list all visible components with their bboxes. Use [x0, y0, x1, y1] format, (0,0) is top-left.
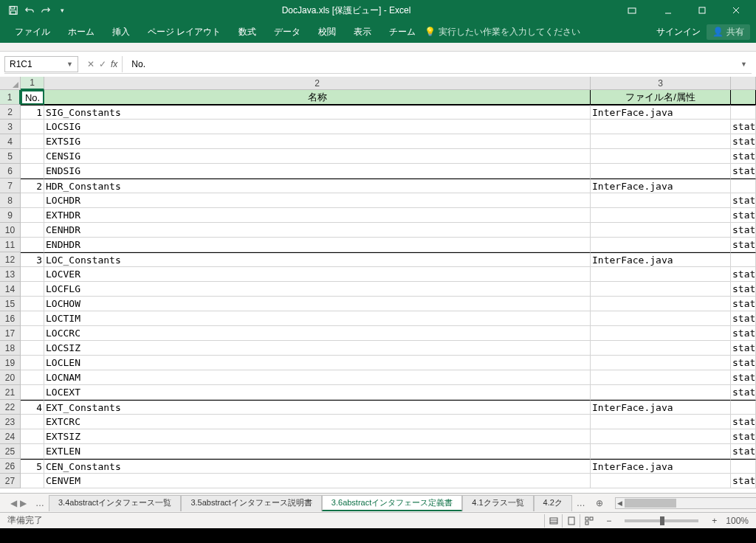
- cell[interactable]: stati: [731, 193, 756, 208]
- zoom-in-button[interactable]: +: [712, 516, 717, 526]
- fx-icon[interactable]: fx: [111, 59, 117, 69]
- cell[interactable]: [591, 208, 731, 223]
- scroll-thumb[interactable]: [625, 499, 676, 508]
- cell[interactable]: EXTSIG: [44, 134, 591, 149]
- cell[interactable]: stati: [731, 341, 756, 356]
- cell[interactable]: EXTSIZ: [44, 429, 591, 444]
- cell[interactable]: stati: [731, 208, 756, 223]
- row-header[interactable]: 25: [0, 444, 21, 459]
- row-header[interactable]: 24: [0, 429, 21, 444]
- sheet-ellipsis-left[interactable]: …: [31, 497, 49, 510]
- cell[interactable]: 5: [21, 459, 44, 474]
- signin-link[interactable]: サインイン: [656, 26, 701, 38]
- row-header[interactable]: 8: [0, 193, 21, 208]
- cell[interactable]: [21, 370, 44, 385]
- row-header[interactable]: 17: [0, 326, 21, 341]
- grid-body[interactable]: 1No.名称ファイル名/属性21SIG_ConstantsInterFace.j…: [0, 90, 756, 493]
- cell[interactable]: InterFace.java: [591, 252, 731, 267]
- tab-view[interactable]: 表示: [345, 21, 380, 43]
- row-header[interactable]: 18: [0, 341, 21, 356]
- cell[interactable]: ファイル名/属性: [591, 90, 731, 105]
- sheet-tab[interactable]: 4.2ク: [534, 495, 572, 511]
- cell[interactable]: LOCHDR: [44, 193, 591, 208]
- row-header[interactable]: 6: [0, 164, 21, 179]
- cell[interactable]: [591, 356, 731, 370]
- cell[interactable]: LOCNAM: [44, 370, 591, 385]
- cell[interactable]: stati: [731, 326, 756, 341]
- cell[interactable]: [21, 120, 44, 134]
- cell[interactable]: LOC_Constants: [44, 252, 591, 267]
- cell[interactable]: [21, 297, 44, 311]
- formula-input[interactable]: No. ▼: [127, 59, 752, 69]
- cell[interactable]: ENDHDR: [44, 238, 591, 252]
- cell[interactable]: 4: [21, 400, 44, 415]
- cell[interactable]: [731, 179, 756, 193]
- cell[interactable]: CENSIG: [44, 149, 591, 164]
- ribbon-display-icon[interactable]: [620, 0, 644, 21]
- cell[interactable]: [21, 134, 44, 149]
- cell[interactable]: stati: [731, 429, 756, 444]
- cell[interactable]: stati: [731, 149, 756, 164]
- cell[interactable]: [21, 282, 44, 297]
- row-header[interactable]: 27: [0, 474, 21, 488]
- cancel-icon[interactable]: ✕: [87, 59, 94, 69]
- cell[interactable]: stati: [731, 164, 756, 179]
- cell[interactable]: stati: [731, 356, 756, 370]
- sheet-tab[interactable]: 3.4abstractインタフェース一覧: [49, 495, 181, 511]
- cell[interactable]: 1: [21, 105, 44, 120]
- col-header-3[interactable]: 3: [591, 77, 731, 90]
- cell[interactable]: SIG_Constants: [44, 105, 591, 120]
- cell[interactable]: stati: [731, 415, 756, 429]
- cell[interactable]: [591, 282, 731, 297]
- cell[interactable]: [21, 474, 44, 488]
- cell[interactable]: CEN_Constants: [44, 459, 591, 474]
- cell[interactable]: [591, 444, 731, 459]
- cell[interactable]: [21, 326, 44, 341]
- enter-icon[interactable]: ✓: [99, 59, 106, 69]
- zoom-slider[interactable]: [625, 519, 698, 522]
- cell[interactable]: [21, 311, 44, 326]
- tab-file[interactable]: ファイル: [6, 21, 59, 43]
- redo-icon[interactable]: [40, 4, 52, 16]
- cell[interactable]: LOCLEN: [44, 356, 591, 370]
- zoom-level[interactable]: 100%: [726, 516, 749, 526]
- cell[interactable]: [21, 193, 44, 208]
- row-header[interactable]: 1: [0, 90, 21, 105]
- row-header[interactable]: 9: [0, 208, 21, 223]
- cell[interactable]: ENDSIG: [44, 164, 591, 179]
- cell[interactable]: [731, 252, 756, 267]
- cell[interactable]: [21, 208, 44, 223]
- col-header-4[interactable]: [731, 77, 756, 90]
- cell[interactable]: [21, 444, 44, 459]
- cell[interactable]: LOCEXT: [44, 385, 591, 400]
- cell[interactable]: [731, 105, 756, 120]
- page-break-view-icon[interactable]: [580, 514, 597, 528]
- cell[interactable]: [591, 415, 731, 429]
- cell[interactable]: stati: [731, 385, 756, 400]
- undo-icon[interactable]: [24, 4, 35, 16]
- cell[interactable]: [21, 341, 44, 356]
- cell[interactable]: [591, 326, 731, 341]
- cell[interactable]: [731, 400, 756, 415]
- sheet-next-icon[interactable]: ▶: [20, 498, 27, 508]
- cell[interactable]: [21, 267, 44, 282]
- cell[interactable]: [591, 134, 731, 149]
- cell[interactable]: [21, 238, 44, 252]
- cell[interactable]: [591, 193, 731, 208]
- row-header[interactable]: 2: [0, 105, 21, 120]
- row-header[interactable]: 15: [0, 297, 21, 311]
- cell[interactable]: [21, 429, 44, 444]
- row-header[interactable]: 11: [0, 238, 21, 252]
- cell[interactable]: stati: [731, 370, 756, 385]
- cell[interactable]: InterFace.java: [591, 459, 731, 474]
- page-layout-view-icon[interactable]: [562, 514, 580, 528]
- new-sheet-icon[interactable]: ⊕: [590, 497, 609, 510]
- cell[interactable]: LOCVER: [44, 267, 591, 282]
- cell[interactable]: EXTCRC: [44, 415, 591, 429]
- cell[interactable]: stati: [731, 474, 756, 488]
- col-header-1[interactable]: 1: [21, 77, 44, 90]
- cell[interactable]: EXT_Constants: [44, 400, 591, 415]
- cell[interactable]: LOCHOW: [44, 297, 591, 311]
- cell[interactable]: stati: [731, 134, 756, 149]
- cell[interactable]: 3: [21, 252, 44, 267]
